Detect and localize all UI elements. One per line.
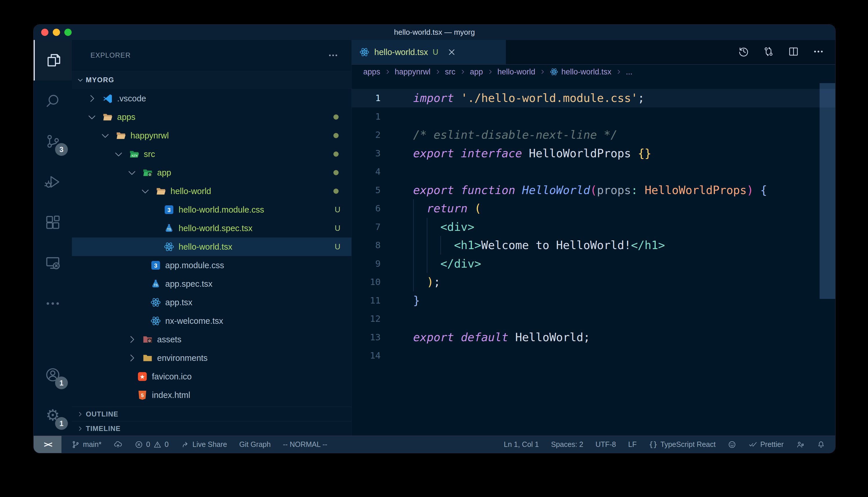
activity-item-settings[interactable]: ⚙1 [33,395,72,436]
code-token: export [413,147,454,160]
tree-item-nx-welcome-tsx[interactable]: nx-welcome.tsx [72,312,352,330]
react-icon [150,315,161,326]
tree-item-happynrwl[interactable]: happynrwl [72,126,352,145]
svg-text:⚙: ⚙ [149,173,152,177]
chev-right-icon [126,353,137,364]
tab-hello-world-tsx[interactable]: hello-world.tsx U [352,40,506,64]
svg-text:★: ★ [140,373,145,380]
zoom-window-button[interactable] [64,29,72,36]
git-modified-dot [333,188,339,194]
code-line-11: 10 ); [352,273,835,292]
status-item-problems[interactable]: 00 [135,440,169,449]
tree-item-apps[interactable]: apps [72,108,352,126]
chevron-down-icon [77,76,84,84]
code-token: ) [747,184,754,197]
activity-item-search[interactable] [33,81,72,121]
code-token: export [413,331,454,344]
remote-indicator-button[interactable]: >< [33,436,61,453]
tree-item-environments[interactable]: environments [72,349,352,367]
status-item-eol[interactable]: LF [628,440,637,449]
status-item-vim-mode[interactable]: -- NORMAL -- [283,440,327,449]
tree-item-hello-world-spec-tsx[interactable]: TShello-world.spec.tsxU [72,219,352,238]
project-name: MYORG [86,76,114,84]
editor-group: hello-world.tsx U appshappynrwlsrcapphel… [352,40,835,436]
folder-assets-icon: ⚙ [142,334,153,345]
tree-item-assets[interactable]: ⚙assets [72,330,352,349]
breadcrumb-[interactable]: ... [626,68,633,76]
editor-action-split-editor[interactable] [788,46,799,58]
outline-section-header[interactable]: OUTLINE [72,407,352,421]
breadcrumb-apps[interactable]: apps [363,68,380,76]
breadcrumb-hello-world[interactable]: hello-world [497,68,536,76]
tree-item-label: hello-world.module.css [179,205,264,215]
activity-item-explorer[interactable] [33,40,72,81]
search-icon [44,93,61,109]
tree-item-app-spec-tsx[interactable]: TSapp.spec.tsx [72,274,352,293]
activity-item-run-and-debug[interactable] [33,161,72,202]
tree-item-src[interactable]: </>src [72,145,352,164]
tree-item-hello-world-tsx[interactable]: hello-world.tsxU [72,238,352,256]
tree-item-vscode[interactable]: .vscode [72,89,352,108]
breadcrumb-hello-world-tsx[interactable]: hello-world.tsx [550,68,611,76]
minimize-window-button[interactable] [53,29,60,36]
project-section-header[interactable]: MYORG [72,71,352,89]
git-modified-dot [333,152,339,157]
breadcrumb-src[interactable]: src [445,68,455,76]
status-item-label: Git Graph [239,440,271,449]
line-number: 3 [352,144,381,163]
status-item-git-branch[interactable]: main* [71,440,101,449]
code-token: HelloWorldProps [522,147,638,160]
workbench: 31⚙1 EXPLORER MYORG .vscodeappshappynrwl… [33,40,835,436]
test-icon: TS [150,278,161,289]
status-item-publish-changes[interactable] [114,440,122,449]
tree-item-favicon-ico[interactable]: ★favicon.ico [72,367,352,386]
editor-action-timeline[interactable] [738,46,749,58]
status-item-language-mode[interactable]: {}TypeScript React [649,440,716,449]
explorer-sidebar: EXPLORER MYORG .vscodeappshappynrwl</>sr… [72,40,352,436]
tree-item-app-tsx[interactable]: app.tsx [72,293,352,312]
status-item-notifications[interactable] [817,440,825,449]
code-token: export [413,184,454,197]
indent-guide [413,218,414,236]
tree-item-hello-world-module-css[interactable]: 3hello-world.module.cssU [72,200,352,219]
breadcrumb-app[interactable]: app [470,68,483,76]
line-number: 5 [352,181,381,200]
git-untracked-badge: U [335,242,341,251]
editor-action-open-changes[interactable] [763,46,774,58]
git-modified-dot [333,114,339,119]
code-token: </div> [440,257,481,270]
line-number: 11 [352,292,381,310]
status-item-live-share[interactable]: Live Share [181,440,227,449]
editor-action-more-actions[interactable] [813,46,824,58]
folder-open-icon [115,130,126,141]
explorer-more-actions-icon[interactable] [328,50,339,61]
code-token: default [461,331,508,344]
status-item-prettier[interactable]: Prettier [748,440,784,449]
code-line-12: 11} [352,292,835,310]
status-item-feedback[interactable] [728,440,736,449]
status-item-encoding[interactable]: UTF-8 [595,440,616,449]
code-token [454,91,461,104]
activity-item-more-views[interactable] [33,283,72,324]
timeline-section-header[interactable]: TIMELINE [72,421,352,436]
status-item-indentation[interactable]: Spaces: 2 [551,440,583,449]
tree-item-app-module-css[interactable]: 3app.module.css [72,256,352,274]
activity-item-extensions[interactable] [33,202,72,243]
breadcrumb-happynrwl[interactable]: happynrwl [395,68,430,76]
activity-item-source-control[interactable]: 3 [33,121,72,161]
activity-item-accounts[interactable]: 1 [33,355,72,395]
code-token: interface [461,147,522,160]
code-token: HelloWorld [522,184,590,197]
tree-item-index-html[interactable]: 5index.html [72,386,352,404]
close-window-button[interactable] [41,29,49,36]
status-item-screen-share[interactable] [796,440,804,449]
live-share-icon [181,440,190,449]
chev-right-icon [86,93,97,104]
code-editor[interactable]: 1import './hello-world.module.css';12/* … [352,79,835,436]
status-item-git-graph[interactable]: Git Graph [239,440,271,449]
status-item-cursor-position[interactable]: Ln 1, Col 1 [504,440,539,449]
close-icon[interactable] [446,47,457,57]
activity-item-remote-explorer[interactable] [33,243,72,283]
tree-item-app[interactable]: ⚙app [72,164,352,182]
tree-item-hello-world[interactable]: hello-world [72,182,352,200]
